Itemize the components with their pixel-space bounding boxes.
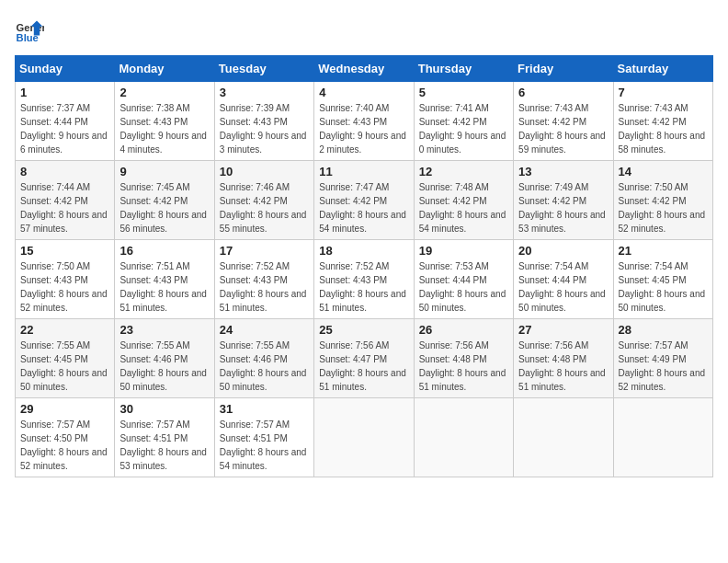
daylight: Daylight: 8 hours and 52 minutes. xyxy=(619,368,706,392)
sunrise: Sunrise: 7:43 AM xyxy=(518,103,588,113)
daylight: Daylight: 8 hours and 52 minutes. xyxy=(619,210,706,234)
day-info: Sunrise: 7:48 AM Sunset: 4:42 PM Dayligh… xyxy=(419,180,508,236)
sunrise: Sunrise: 7:57 AM xyxy=(119,419,189,430)
sunrise: Sunrise: 7:57 AM xyxy=(619,340,688,350)
daylight: Daylight: 8 hours and 53 minutes. xyxy=(518,210,606,234)
day-number: 1 xyxy=(20,86,109,99)
day-number: 16 xyxy=(119,244,209,258)
calendar-cell: 11 Sunrise: 7:47 AM Sunset: 4:42 PM Dayl… xyxy=(314,161,414,240)
day-number: 18 xyxy=(319,244,408,258)
calendar-week-4: 22 Sunrise: 7:55 AM Sunset: 4:45 PM Dayl… xyxy=(16,319,713,398)
calendar-cell: 5 Sunrise: 7:41 AM Sunset: 4:42 PM Dayli… xyxy=(414,82,513,161)
day-number: 12 xyxy=(419,165,508,178)
calendar-cell: 25 Sunrise: 7:56 AM Sunset: 4:47 PM Dayl… xyxy=(314,319,414,398)
daylight: Daylight: 8 hours and 51 minutes. xyxy=(220,289,307,313)
sunset: Sunset: 4:43 PM xyxy=(220,117,288,127)
sunset: Sunset: 4:44 PM xyxy=(518,275,586,285)
calendar-cell xyxy=(613,398,712,477)
sunrise: Sunrise: 7:56 AM xyxy=(319,340,389,350)
day-info: Sunrise: 7:52 AM Sunset: 4:43 PM Dayligh… xyxy=(319,259,408,315)
sunset: Sunset: 4:42 PM xyxy=(419,117,487,127)
day-info: Sunrise: 7:57 AM Sunset: 4:51 PM Dayligh… xyxy=(220,418,309,473)
sunset: Sunset: 4:42 PM xyxy=(220,196,288,206)
weekday-thursday: Thursday xyxy=(414,56,513,82)
page-header: General Blue xyxy=(15,15,713,44)
sunrise: Sunrise: 7:57 AM xyxy=(20,419,90,430)
day-info: Sunrise: 7:53 AM Sunset: 4:44 PM Dayligh… xyxy=(419,259,508,315)
calendar-cell: 3 Sunrise: 7:39 AM Sunset: 4:43 PM Dayli… xyxy=(214,82,313,161)
day-number: 9 xyxy=(119,165,209,178)
calendar-cell: 21 Sunrise: 7:54 AM Sunset: 4:45 PM Dayl… xyxy=(613,240,712,319)
daylight: Daylight: 8 hours and 56 minutes. xyxy=(119,210,207,234)
day-number: 20 xyxy=(518,244,608,258)
day-number: 3 xyxy=(220,86,309,99)
day-number: 15 xyxy=(20,244,109,258)
day-info: Sunrise: 7:57 AM Sunset: 4:50 PM Dayligh… xyxy=(20,418,109,473)
sunset: Sunset: 4:45 PM xyxy=(619,275,687,285)
calendar-cell: 4 Sunrise: 7:40 AM Sunset: 4:43 PM Dayli… xyxy=(314,82,414,161)
day-info: Sunrise: 7:41 AM Sunset: 4:42 PM Dayligh… xyxy=(419,101,508,156)
day-info: Sunrise: 7:54 AM Sunset: 4:44 PM Dayligh… xyxy=(518,259,608,315)
sunrise: Sunrise: 7:54 AM xyxy=(518,261,588,271)
calendar-cell: 31 Sunrise: 7:57 AM Sunset: 4:51 PM Dayl… xyxy=(214,398,313,477)
day-info: Sunrise: 7:40 AM Sunset: 4:43 PM Dayligh… xyxy=(319,101,408,156)
calendar-cell: 13 Sunrise: 7:49 AM Sunset: 4:42 PM Dayl… xyxy=(514,161,613,240)
day-info: Sunrise: 7:51 AM Sunset: 4:43 PM Dayligh… xyxy=(119,259,209,315)
sunset: Sunset: 4:46 PM xyxy=(119,354,188,364)
sunrise: Sunrise: 7:48 AM xyxy=(419,182,489,192)
calendar-cell: 22 Sunrise: 7:55 AM Sunset: 4:45 PM Dayl… xyxy=(16,319,115,398)
calendar-cell: 12 Sunrise: 7:48 AM Sunset: 4:42 PM Dayl… xyxy=(414,161,513,240)
day-info: Sunrise: 7:43 AM Sunset: 4:42 PM Dayligh… xyxy=(619,101,708,156)
sunrise: Sunrise: 7:52 AM xyxy=(220,261,290,271)
day-info: Sunrise: 7:57 AM Sunset: 4:49 PM Dayligh… xyxy=(619,339,708,394)
day-info: Sunrise: 7:50 AM Sunset: 4:42 PM Dayligh… xyxy=(619,180,708,236)
calendar-cell: 29 Sunrise: 7:57 AM Sunset: 4:50 PM Dayl… xyxy=(16,398,115,477)
daylight: Daylight: 8 hours and 54 minutes. xyxy=(419,210,506,234)
sunrise: Sunrise: 7:47 AM xyxy=(319,182,389,192)
calendar-cell: 23 Sunrise: 7:55 AM Sunset: 4:46 PM Dayl… xyxy=(115,319,214,398)
sunset: Sunset: 4:47 PM xyxy=(319,354,387,364)
day-number: 7 xyxy=(619,86,708,99)
sunrise: Sunrise: 7:55 AM xyxy=(220,340,290,350)
day-number: 5 xyxy=(419,86,508,99)
weekday-sunday: Sunday xyxy=(16,56,115,82)
day-info: Sunrise: 7:38 AM Sunset: 4:43 PM Dayligh… xyxy=(119,101,209,156)
day-number: 30 xyxy=(119,402,209,416)
weekday-saturday: Saturday xyxy=(613,56,712,82)
daylight: Daylight: 8 hours and 50 minutes. xyxy=(619,289,706,313)
daylight: Daylight: 8 hours and 53 minutes. xyxy=(119,447,207,471)
logo: General Blue xyxy=(15,15,44,44)
sunrise: Sunrise: 7:38 AM xyxy=(119,103,189,113)
weekday-friday: Friday xyxy=(514,56,613,82)
sunrise: Sunrise: 7:44 AM xyxy=(20,182,90,192)
sunrise: Sunrise: 7:37 AM xyxy=(20,103,90,113)
calendar-cell: 1 Sunrise: 7:37 AM Sunset: 4:44 PM Dayli… xyxy=(16,82,115,161)
calendar-body: 1 Sunrise: 7:37 AM Sunset: 4:44 PM Dayli… xyxy=(16,82,713,477)
day-number: 27 xyxy=(518,323,608,337)
sunrise: Sunrise: 7:53 AM xyxy=(419,261,489,271)
day-info: Sunrise: 7:46 AM Sunset: 4:42 PM Dayligh… xyxy=(220,180,309,236)
sunset: Sunset: 4:43 PM xyxy=(119,117,188,127)
calendar-cell: 16 Sunrise: 7:51 AM Sunset: 4:43 PM Dayl… xyxy=(115,240,214,319)
daylight: Daylight: 8 hours and 57 minutes. xyxy=(20,210,108,234)
daylight: Daylight: 8 hours and 50 minutes. xyxy=(119,368,207,392)
day-number: 23 xyxy=(119,323,209,337)
calendar-cell: 19 Sunrise: 7:53 AM Sunset: 4:44 PM Dayl… xyxy=(414,240,513,319)
sunrise: Sunrise: 7:45 AM xyxy=(119,182,189,192)
sunrise: Sunrise: 7:40 AM xyxy=(319,103,389,113)
sunset: Sunset: 4:42 PM xyxy=(518,117,586,127)
calendar-cell xyxy=(514,398,613,477)
day-number: 26 xyxy=(419,323,508,337)
sunrise: Sunrise: 7:46 AM xyxy=(220,182,290,192)
day-info: Sunrise: 7:57 AM Sunset: 4:51 PM Dayligh… xyxy=(119,418,209,473)
sunset: Sunset: 4:44 PM xyxy=(20,117,88,127)
calendar-cell: 27 Sunrise: 7:56 AM Sunset: 4:48 PM Dayl… xyxy=(514,319,613,398)
daylight: Daylight: 8 hours and 51 minutes. xyxy=(319,289,406,313)
day-info: Sunrise: 7:47 AM Sunset: 4:42 PM Dayligh… xyxy=(319,180,408,236)
weekday-wednesday: Wednesday xyxy=(314,56,414,82)
calendar-cell: 15 Sunrise: 7:50 AM Sunset: 4:43 PM Dayl… xyxy=(16,240,115,319)
sunrise: Sunrise: 7:56 AM xyxy=(518,340,588,350)
day-info: Sunrise: 7:56 AM Sunset: 4:48 PM Dayligh… xyxy=(419,339,508,394)
sunset: Sunset: 4:50 PM xyxy=(20,433,88,443)
daylight: Daylight: 8 hours and 54 minutes. xyxy=(220,447,307,471)
